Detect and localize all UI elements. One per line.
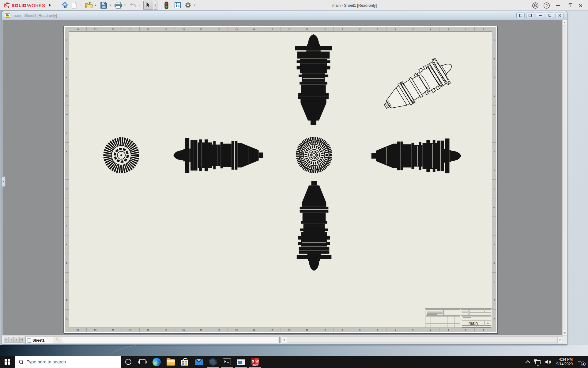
tray-date: 9/14/2020: [556, 362, 573, 366]
vertical-scrollbar[interactable]: [562, 20, 567, 335]
taskbar-remote-app[interactable]: [234, 356, 248, 368]
add-sheet-tab[interactable]: [53, 337, 64, 343]
taskbar-edrawings[interactable]: [206, 356, 220, 368]
new-document-dropdown[interactable]: [79, 1, 83, 10]
interference-check-button[interactable]: [162, 1, 171, 10]
undo-dropdown[interactable]: [138, 1, 141, 10]
drawing-view-front[interactable]: [297, 138, 331, 172]
select-tool-dropdown[interactable]: [154, 1, 157, 10]
app-titlebar: SOLIDWORKS: [0, 0, 588, 10]
title-block-label-cell-2: [485, 309, 491, 312]
help-button[interactable]: ?: [541, 1, 552, 10]
settings-button[interactable]: [184, 1, 192, 10]
taskbar-command-prompt[interactable]: [220, 356, 234, 368]
previous-sheet-button[interactable]: [9, 337, 14, 343]
zone-number-label: 21: [122, 27, 140, 31]
settings-dropdown[interactable]: [193, 1, 197, 10]
taskbar-edge[interactable]: [149, 356, 164, 368]
drawing-view-back[interactable]: [107, 141, 135, 170]
last-sheet-button[interactable]: [19, 337, 24, 343]
doc-close-button[interactable]: [556, 13, 564, 18]
svg-text:?: ?: [545, 4, 548, 8]
pane-right-icon: [529, 14, 532, 17]
zone-letter-label: K: [65, 143, 69, 161]
drawing-view-isometric[interactable]: [377, 53, 459, 119]
horizontal-scroll-thumb[interactable]: [287, 337, 558, 343]
drawing-views: [69, 32, 492, 328]
graphics-area[interactable]: 242322212019181716151413121110987654321 …: [2, 20, 563, 335]
cortana-button[interactable]: [121, 356, 135, 368]
design-table-icon: [174, 2, 181, 9]
tray-time: 4:34 PM: [559, 357, 573, 362]
taskbar-search[interactable]: [15, 356, 121, 368]
speaker-icon: [545, 359, 552, 365]
drawing-view-left[interactable]: [173, 138, 263, 173]
scroll-right-icon[interactable]: [560, 339, 561, 341]
open-dropdown[interactable]: [94, 1, 97, 10]
horizontal-scrollbar[interactable]: [282, 336, 563, 343]
network-icon: [535, 360, 541, 364]
zone-number-label: 12: [281, 328, 299, 332]
zone-letter-label: N: [492, 87, 496, 106]
taskbar-mail[interactable]: [192, 356, 206, 368]
store-icon: [181, 360, 188, 366]
save-button[interactable]: [99, 1, 108, 10]
zone-letter-label: F: [492, 217, 496, 236]
sheet1-tab[interactable]: Sheet1: [25, 337, 49, 343]
pane-left-button[interactable]: [516, 13, 525, 18]
taskbar-clock[interactable]: 4:34 PM 9/14/2020: [553, 357, 576, 366]
save-dropdown[interactable]: [108, 1, 112, 10]
title-block-revision-table: [426, 316, 460, 327]
menu-flyout-arrow-icon[interactable]: [49, 4, 51, 7]
title-block-sheet-size: A0: [485, 321, 491, 326]
search-input[interactable]: [27, 359, 112, 364]
print-dropdown[interactable]: [123, 1, 127, 10]
account-button[interactable]: [530, 1, 540, 10]
drawing-view-top[interactable]: [295, 34, 332, 125]
zone-number-label: 17: [192, 27, 210, 31]
volume-button[interactable]: [543, 356, 553, 368]
zone-number-label: 14: [245, 27, 263, 31]
drawing-view-bottom[interactable]: [297, 181, 332, 271]
feature-panel-handle[interactable]: [2, 176, 6, 187]
restore-button[interactable]: [564, 1, 574, 10]
scroll-down-icon[interactable]: [564, 332, 566, 334]
scroll-up-icon[interactable]: [564, 22, 566, 23]
minimize-button[interactable]: [553, 1, 563, 10]
print-button[interactable]: [114, 1, 123, 10]
drawing-view-right[interactable]: [371, 139, 461, 174]
zone-number-label: 8: [351, 27, 369, 31]
scroll-left-icon[interactable]: [284, 339, 285, 341]
start-button[interactable]: [0, 356, 15, 368]
next-sheet-button[interactable]: [14, 337, 19, 343]
tray-overflow-button[interactable]: [523, 356, 533, 368]
doc-restore-button[interactable]: [546, 13, 554, 18]
first-sheet-button[interactable]: [4, 337, 9, 343]
design-table-button[interactable]: [173, 1, 182, 10]
zone-number-label: 18: [175, 328, 193, 332]
task-view-button[interactable]: [135, 356, 149, 368]
zone-number-label: 22: [104, 328, 122, 332]
network-button[interactable]: [533, 356, 543, 368]
action-center-button[interactable]: 4: [577, 358, 584, 365]
zone-number-label: 13: [263, 27, 281, 31]
select-tool-button[interactable]: [143, 1, 153, 10]
taskbar-solidworks[interactable]: SW 2020: [248, 356, 262, 368]
zone-letter-label: J: [492, 161, 496, 180]
new-document-icon: [71, 2, 77, 9]
home-button[interactable]: [61, 1, 69, 10]
zone-letter-label: A: [492, 310, 496, 328]
new-document-button[interactable]: [70, 1, 78, 10]
taskbar-file-explorer[interactable]: [164, 356, 178, 368]
pane-right-button[interactable]: [526, 13, 534, 18]
taskbar-store[interactable]: [178, 356, 192, 368]
undo-button[interactable]: [129, 1, 137, 10]
close-button[interactable]: [575, 1, 586, 10]
document-titlebar[interactable]: main - Sheet1 [Read-only]: [2, 11, 567, 20]
desktop-wallpaper: [0, 345, 588, 356]
vertical-scroll-thumb[interactable]: [563, 25, 566, 330]
scrollbar-splitter[interactable]: [279, 336, 281, 343]
drawing-sheet[interactable]: 242322212019181716151413121110987654321 …: [63, 26, 498, 333]
doc-minimize-button[interactable]: [536, 13, 544, 18]
open-button[interactable]: [85, 1, 93, 10]
